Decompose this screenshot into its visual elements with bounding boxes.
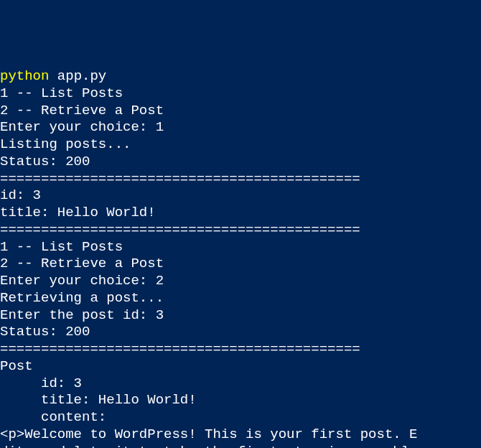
command-executable: python <box>0 68 49 84</box>
choice-input[interactable]: 1 <box>156 119 164 135</box>
post-id: id: 3 <box>0 187 41 203</box>
separator: ========================================… <box>0 171 360 187</box>
terminal-output: python app.py 1 -- List Posts 2 -- Retri… <box>0 68 481 448</box>
menu-option-1: 1 -- List Posts <box>0 239 123 255</box>
action-message: Listing posts... <box>0 136 131 152</box>
post-title: title: Hello World! <box>0 205 156 220</box>
command-script: app.py <box>57 68 106 84</box>
choice-prompt: Enter your choice: <box>0 273 156 289</box>
post-title: title: Hello World! <box>0 392 197 408</box>
status-line: Status: 200 <box>0 324 90 340</box>
separator: ========================================… <box>0 341 360 357</box>
post-content-body: <p>Welcome to WordPress! This is your fi… <box>0 426 418 448</box>
action-message: Retrieving a post... <box>0 290 164 306</box>
id-prompt: Enter the post id: <box>0 307 156 323</box>
id-input[interactable]: 3 <box>156 307 164 323</box>
choice-prompt: Enter your choice: <box>0 119 156 135</box>
menu-option-2: 2 -- Retrieve a Post <box>0 256 164 271</box>
menu-option-1: 1 -- List Posts <box>0 85 123 101</box>
post-header: Post <box>0 358 33 374</box>
post-id: id: 3 <box>0 375 82 391</box>
separator: ========================================… <box>0 222 360 238</box>
menu-option-2: 2 -- Retrieve a Post <box>0 103 164 118</box>
choice-input[interactable]: 2 <box>156 273 164 289</box>
status-line: Status: 200 <box>0 154 90 169</box>
post-content-label: content: <box>0 409 106 425</box>
